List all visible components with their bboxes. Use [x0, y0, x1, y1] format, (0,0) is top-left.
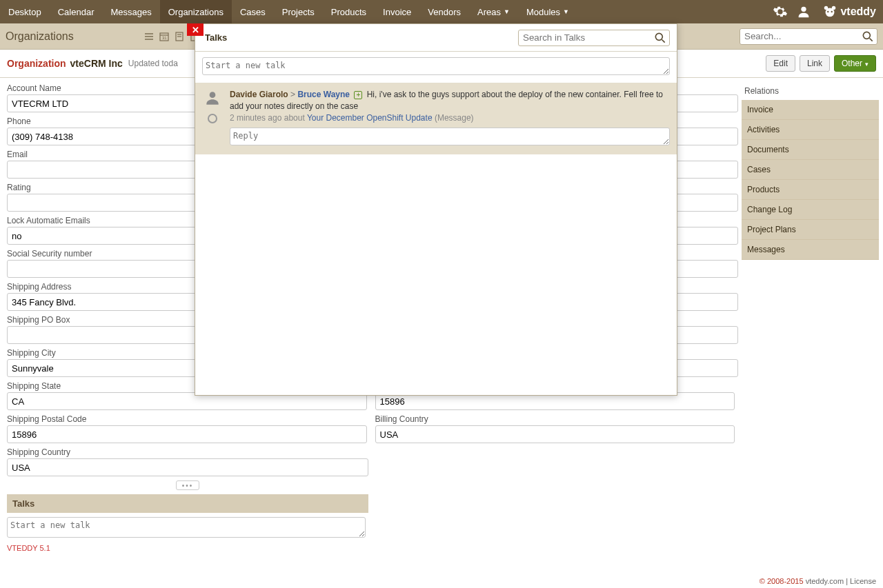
person-icon: [204, 89, 221, 107]
nav-organizations[interactable]: Organizations: [160, 0, 232, 23]
bear-icon: [822, 4, 837, 19]
relation-messages[interactable]: Messages: [742, 240, 879, 260]
svg-point-18: [655, 33, 662, 40]
other-button[interactable]: Other▾: [834, 55, 876, 72]
footer-license[interactable]: License: [850, 577, 876, 585]
add-recipient-icon[interactable]: +: [354, 91, 362, 99]
popup-new-talk-input[interactable]: [202, 57, 670, 75]
person-icon: [796, 4, 811, 19]
relation-changelog[interactable]: Change Log: [742, 200, 879, 220]
nav-areas-label: Areas: [477, 7, 501, 17]
relation-projectplans[interactable]: Project Plans: [742, 220, 879, 240]
expand-more-button[interactable]: •••: [176, 480, 199, 490]
talks-new-input[interactable]: [7, 517, 366, 538]
view-list-icon[interactable]: [143, 30, 155, 43]
msg-text: Hi, i've ask to the guys support about t…: [230, 90, 663, 111]
edit-button[interactable]: Edit: [766, 55, 795, 72]
record-type-label: Organization: [7, 58, 66, 69]
talks-section-title: Talks: [7, 494, 368, 513]
relation-documents[interactable]: Documents: [742, 140, 879, 160]
view-calendar-icon[interactable]: 31: [158, 30, 170, 43]
relation-activities[interactable]: Activities: [742, 120, 879, 140]
msg-about-type: (Message): [435, 113, 474, 123]
svg-point-4: [827, 11, 829, 12]
reply-input[interactable]: [230, 128, 670, 145]
svg-point-20: [210, 92, 216, 98]
bill-country-label: Billing Country: [375, 414, 735, 424]
ship-zip-label: Shipping Postal Code: [7, 414, 367, 424]
logo-text: vteddy: [840, 6, 876, 18]
talks-popup: ✕ Talks Davide Giarolo > Bruce Wayne + H…: [195, 23, 677, 396]
link-button[interactable]: Link: [800, 55, 830, 72]
footer-site[interactable]: vteddy.com: [806, 577, 844, 585]
msg-about-link[interactable]: Your December OpenShift Update: [307, 113, 433, 123]
close-button[interactable]: ✕: [187, 23, 204, 36]
nav-messages[interactable]: Messages: [102, 0, 159, 23]
gear-icon: [773, 4, 788, 19]
msg-to[interactable]: Bruce Wayne: [297, 90, 350, 99]
popup-title: Talks: [205, 32, 227, 43]
profile-button[interactable]: [792, 0, 815, 23]
version-label: VTEDDY 5.1: [7, 544, 735, 552]
relations-panel: Relations Invoice Activities Documents C…: [742, 78, 883, 552]
arrow-icon: >: [290, 90, 295, 99]
global-search-input[interactable]: [740, 28, 877, 45]
search-icon[interactable]: [653, 31, 667, 45]
view-note-icon[interactable]: [173, 30, 186, 43]
nav-calendar[interactable]: Calendar: [50, 0, 103, 23]
relation-products[interactable]: Products: [742, 180, 879, 200]
bill-country-input[interactable]: [375, 425, 735, 443]
unread-indicator[interactable]: [208, 114, 217, 123]
global-search: [740, 28, 877, 45]
talk-message: Davide Giarolo > Bruce Wayne + Hi, i've …: [195, 83, 677, 154]
record-name: vteCRM Inc: [70, 58, 123, 69]
other-button-label: Other: [842, 59, 862, 68]
relation-invoice[interactable]: Invoice: [742, 100, 879, 120]
record-updated: Updated toda: [128, 59, 178, 68]
ship-country-label: Shipping Country: [7, 447, 368, 457]
svg-text:31: 31: [162, 36, 167, 40]
nav-vendors[interactable]: Vendors: [419, 0, 469, 23]
svg-point-3: [826, 8, 835, 17]
nav-areas[interactable]: Areas▼: [469, 0, 518, 23]
nav-products[interactable]: Products: [323, 0, 375, 23]
nav-modules-label: Modules: [526, 7, 560, 17]
app-logo[interactable]: vteddy: [815, 0, 883, 23]
chevron-down-icon: ▼: [563, 8, 569, 15]
nav-invoice[interactable]: Invoice: [375, 0, 419, 23]
svg-point-16: [863, 32, 870, 39]
footer: © 2008-2015 vteddy.com | License: [760, 577, 876, 585]
ship-country-input[interactable]: [7, 458, 368, 476]
nav-modules[interactable]: Modules▼: [518, 0, 577, 23]
nav-projects[interactable]: Projects: [274, 0, 323, 23]
nav-desktop[interactable]: Desktop: [0, 0, 50, 23]
svg-point-0: [802, 7, 806, 12]
chevron-down-icon: ▼: [504, 8, 510, 15]
chevron-down-icon: ▾: [865, 61, 869, 68]
relation-cases[interactable]: Cases: [742, 160, 879, 180]
msg-time: 2 minutes ago: [230, 113, 281, 123]
popup-search-input[interactable]: [518, 30, 670, 46]
relations-title: Relations: [742, 83, 879, 100]
module-title: Organizations: [6, 30, 74, 43]
svg-line-17: [870, 38, 873, 41]
search-icon[interactable]: [861, 30, 875, 43]
svg-line-19: [662, 39, 665, 42]
msg-from[interactable]: Davide Giarolo: [230, 90, 288, 99]
top-nav: Desktop Calendar Messages Organizations …: [0, 0, 883, 23]
nav-cases[interactable]: Cases: [232, 0, 274, 23]
ship-zip-input[interactable]: [7, 425, 367, 443]
settings-button[interactable]: [768, 0, 792, 23]
footer-copyright: © 2008-2015: [760, 577, 804, 585]
svg-point-5: [831, 11, 833, 12]
